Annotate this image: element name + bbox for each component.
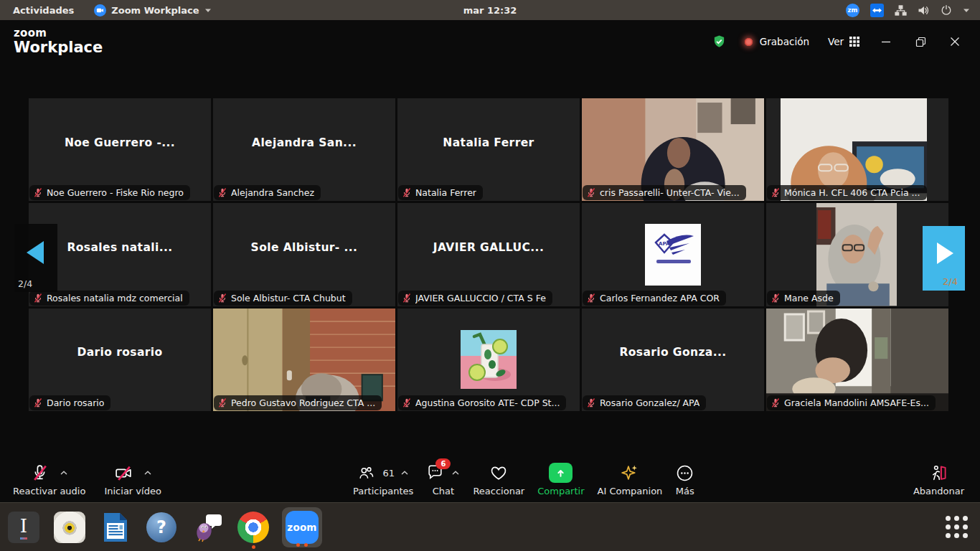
chat-label: Chat — [433, 486, 454, 496]
participant-label-text: Sole Albistur- CTA Chubut — [231, 293, 346, 303]
participant-label-text: cris Passarelli- Unter-CTA- Vie... — [600, 187, 740, 198]
muted-mic-icon — [771, 293, 781, 303]
unmute-label: Reactivar audio — [13, 486, 85, 496]
ai-companion-button[interactable]: AI Companion — [598, 462, 663, 496]
participant-label-text: Mane Asde — [784, 293, 834, 303]
participant-tile[interactable]: APACarlos Fernandez APA COR — [582, 203, 764, 306]
participant-name-label: Alejandra Sanchez — [214, 185, 321, 200]
participants-button[interactable]: 61 Participantes — [353, 462, 413, 496]
mic-muted-icon — [30, 463, 50, 483]
muted-mic-icon — [586, 187, 596, 198]
leave-door-icon — [929, 463, 948, 483]
share-label: Compartir — [537, 486, 584, 496]
dock-item-help[interactable]: ? — [144, 510, 179, 545]
participant-tile[interactable]: Natalia FerrerNatalia Ferrer — [397, 98, 580, 201]
muted-mic-icon — [33, 397, 43, 408]
muted-mic-icon — [586, 293, 596, 303]
dock-item-chrome[interactable] — [236, 510, 270, 545]
participant-label-text: Graciela Mandolini AMSAFE-Es... — [784, 397, 929, 408]
network-icon[interactable] — [895, 5, 907, 16]
gallery-prev-page-button[interactable]: 2/4 — [14, 224, 57, 292]
participants-icon — [357, 464, 375, 482]
participant-tile[interactable]: Sole Albistur- ...Sole Albistur- CTA Chu… — [213, 203, 395, 306]
react-button[interactable]: Reaccionar — [473, 462, 524, 496]
participant-tile[interactable]: JAVIER GALLUC...JAVIER GALLUCCIO / CTA S… — [397, 203, 580, 306]
teamviewer-tray-icon[interactable] — [870, 4, 884, 17]
participant-tile[interactable]: Mane Asde — [766, 203, 948, 306]
start-video-button[interactable]: Iniciar vídeo — [104, 462, 161, 496]
participant-tile[interactable]: Pedro Gustavo Rodriguez CTA ... — [213, 309, 395, 411]
participant-label-text: Mónica H. CFL 406 CTA Pcia ... — [784, 187, 920, 198]
participants-chevron[interactable] — [400, 470, 409, 476]
participant-name-label: Pedro Gustavo Rodriguez CTA ... — [214, 395, 382, 410]
speaker-app-icon — [54, 512, 85, 543]
dock-item-pidgin[interactable] — [190, 510, 225, 545]
restore-window-button[interactable] — [913, 37, 928, 47]
participant-name-label: Dario rosario — [29, 395, 110, 410]
participant-tile[interactable]: Agustina Gorosito ATE- CDP St... — [397, 309, 580, 411]
participant-tile[interactable]: Dario rosarioDario rosario — [29, 309, 211, 411]
muted-mic-icon — [402, 397, 412, 408]
audio-options-chevron[interactable] — [60, 470, 68, 476]
muted-mic-icon — [771, 397, 781, 408]
dock-item-audio[interactable] — [52, 510, 87, 545]
dock-item-zoom-active[interactable]: zoom — [282, 507, 322, 547]
participant-label-text: JAVIER GALLUCCIO / CTA S Fe — [415, 293, 546, 303]
volume-icon[interactable] — [918, 5, 930, 16]
camera-muted-icon — [114, 463, 133, 483]
show-applications-button[interactable] — [942, 513, 971, 542]
chat-chevron[interactable] — [451, 470, 460, 476]
muted-mic-icon — [217, 293, 227, 303]
right-arrow-icon — [937, 242, 953, 264]
start-video-label: Iniciar vídeo — [104, 486, 161, 496]
security-shield-icon[interactable] — [712, 34, 726, 49]
activities-button[interactable]: Actividades — [0, 0, 87, 20]
share-screen-button[interactable]: Compartir — [537, 462, 584, 496]
recording-dot-icon — [745, 38, 753, 46]
participant-name-label: Mane Asde — [767, 291, 840, 306]
chrome-app-icon — [237, 512, 269, 543]
dock-item-writer[interactable] — [98, 510, 133, 545]
heart-icon — [489, 463, 508, 482]
participant-display-name: Rosario Gonza... — [582, 309, 764, 397]
participant-name-label: JAVIER GALLUCCIO / CTA S Fe — [398, 291, 552, 306]
participant-display-name: Natalia Ferrer — [397, 98, 580, 187]
participant-name-label: Sole Albistur- CTA Chubut — [214, 291, 352, 306]
react-label: Reaccionar — [473, 486, 524, 496]
zoom-app-icon — [94, 4, 106, 17]
participant-tile[interactable]: Alejandra San...Alejandra Sanchez — [213, 98, 395, 201]
dock-item-ibeam[interactable]: I — [6, 510, 41, 545]
participant-name-label: cris Passarelli- Unter-CTA- Vie... — [583, 185, 746, 200]
participant-tile[interactable]: Noe Guerrero -...Noe Guerrero - Fiske Ri… — [29, 98, 211, 201]
participant-tile[interactable]: Graciela Mandolini AMSAFE-Es... — [766, 309, 948, 411]
unmute-audio-button[interactable]: Reactivar audio — [13, 462, 85, 496]
video-options-chevron[interactable] — [143, 470, 152, 476]
help-app-icon: ? — [146, 512, 176, 542]
participant-tile[interactable]: Mónica H. CFL 406 CTA Pcia ... — [766, 98, 948, 201]
participant-display-name: Sole Albistur- ... — [213, 203, 395, 291]
left-arrow-icon — [27, 241, 44, 264]
participant-name-label: Mónica H. CFL 406 CTA Pcia ... — [767, 185, 927, 200]
ibeam-app-icon: I — [8, 512, 39, 543]
view-label: Ver — [828, 36, 844, 47]
gallery-grid: Noe Guerrero -...Noe Guerrero - Fiske Ri… — [29, 98, 948, 411]
zoom-tray-icon[interactable]: zm — [846, 4, 859, 17]
close-window-button[interactable] — [947, 37, 963, 47]
muted-mic-icon — [217, 187, 227, 198]
participant-label-text: Pedro Gustavo Rodriguez CTA ... — [231, 397, 375, 408]
leave-meeting-button[interactable]: Abandonar — [913, 462, 964, 496]
participant-tile[interactable]: Rosario Gonza...Rosario Gonzalez/ APA — [582, 309, 764, 411]
view-button[interactable]: Ver — [828, 36, 859, 47]
app-menu-button[interactable]: Zoom Workplace — [87, 0, 218, 20]
more-button[interactable]: Más — [675, 462, 694, 496]
participant-label-text: Noe Guerrero - Fiske Rio negro — [47, 187, 184, 198]
participant-name-label: Noe Guerrero - Fiske Rio negro — [29, 185, 190, 200]
grid-view-icon — [849, 37, 859, 47]
recording-indicator[interactable]: Grabación — [745, 36, 809, 47]
tray-dropdown-icon[interactable] — [963, 8, 970, 13]
participant-tile[interactable]: cris Passarelli- Unter-CTA- Vie... — [582, 98, 764, 201]
gallery-next-page-button[interactable]: 2/4 — [923, 226, 965, 291]
power-icon[interactable] — [941, 4, 952, 16]
chat-button[interactable]: 6 Chat — [426, 462, 460, 496]
minimize-button[interactable] — [878, 37, 894, 47]
